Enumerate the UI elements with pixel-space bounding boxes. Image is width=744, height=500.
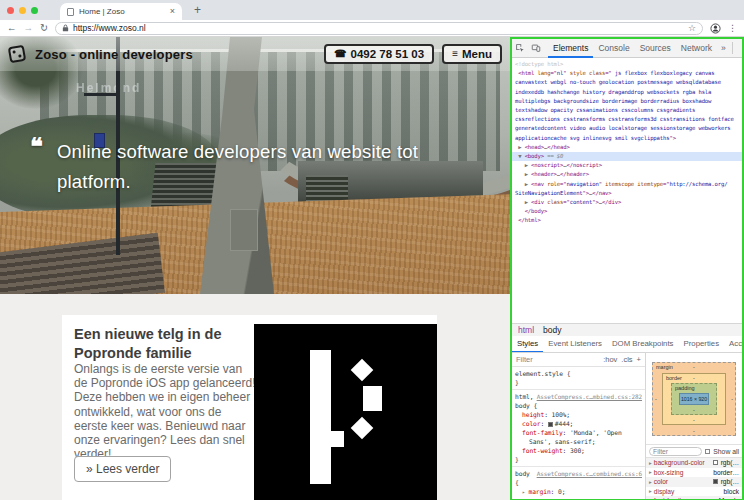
back-icon[interactable]: ←: [7, 23, 17, 33]
dom-tree-line[interactable]: </html>: [512, 216, 742, 225]
forward-icon[interactable]: →: [24, 23, 34, 33]
breadcrumb-html[interactable]: html: [518, 325, 534, 335]
popronde-logo-diamond: [351, 359, 374, 382]
profile-avatar-icon[interactable]: [710, 23, 721, 34]
computed-pane: margin -- -- border -- padding - 1016 × …: [646, 353, 742, 499]
popronde-logo-diamond: [351, 417, 374, 440]
devtools-menu-icon[interactable]: ⋮: [735, 43, 744, 53]
css-declaration[interactable]: height: 100%;: [515, 410, 642, 419]
box-model-diagram: margin -- -- border -- padding - 1016 × …: [646, 353, 742, 445]
computed-property-row[interactable]: ▸box-sizingborder…: [646, 468, 742, 478]
tab-strip: Home | Zoso × +: [0, 0, 744, 20]
css-rule[interactable]: element.style {}: [512, 367, 645, 390]
computed-property-row[interactable]: ▸font-familyMonda: [646, 496, 742, 499]
article-body: Onlangs is de eerste versie van de Popro…: [74, 362, 256, 461]
bookmark-star-icon[interactable]: ☆: [688, 23, 696, 33]
sidebar-tab-dom-breakpoints[interactable]: DOM Breakpoints: [607, 336, 679, 353]
stylesheet-link[interactable]: AssetCompress.c…mbined.css:282: [537, 392, 642, 401]
dom-tree-line[interactable]: ▶ <header>…</header>: [512, 170, 742, 179]
sidebar-tab-event-listeners[interactable]: Event Listeners: [543, 336, 607, 353]
phone-button[interactable]: ☎ 0492 78 51 03: [324, 44, 434, 64]
sidebar-tab-accessibility[interactable]: Accessibility: [724, 336, 742, 353]
computed-filter-input[interactable]: Filter: [649, 447, 702, 456]
element-breadcrumb: html body: [512, 323, 742, 336]
device-toolbar-icon[interactable]: [531, 43, 541, 53]
menu-button[interactable]: ≡ Menu: [442, 44, 502, 64]
reload-icon[interactable]: ↻: [40, 23, 48, 33]
breadcrumb-body[interactable]: body: [543, 325, 561, 335]
page-viewport: Helmond Zoso - online developers: [0, 37, 510, 500]
styles-filter-row: Filter :hov .cls +: [512, 353, 645, 367]
css-declaration[interactable]: font-family: -apple-system,BlinkMacSyste…: [515, 497, 642, 499]
dom-tree-line[interactable]: indexeddb hashchange history draganddrop…: [512, 88, 742, 97]
read-more-button[interactable]: » Lees verder: [74, 456, 171, 482]
new-tab-button[interactable]: +: [194, 3, 201, 17]
site-title: Zoso - online developers: [35, 47, 193, 62]
tab-elements[interactable]: Elements: [548, 39, 593, 58]
styles-filter-input[interactable]: Filter: [516, 355, 533, 364]
show-all-label: Show all: [713, 448, 739, 455]
css-declaration[interactable]: font-family: 'Monda', 'Open Sans', sans-…: [515, 428, 642, 446]
tab-favicon-icon: [67, 8, 74, 16]
dom-tree-line[interactable]: </body>: [512, 207, 742, 216]
css-declaration[interactable]: ▸ margin: 0;: [515, 487, 642, 497]
hov-button[interactable]: :hov: [603, 355, 617, 364]
devtools-panel: Elements Console Sources Network » ⋮ × <…: [510, 37, 744, 500]
monolith-panel: [230, 209, 258, 251]
dom-tree-line[interactable]: cssreflections csstransforms csstransfor…: [512, 115, 742, 124]
sidebar-tab-styles[interactable]: Styles: [512, 336, 543, 353]
tab-sources[interactable]: Sources: [635, 39, 676, 58]
cls-button[interactable]: .cls: [621, 355, 632, 364]
zoso-logo-icon[interactable]: [8, 45, 27, 64]
address-bar: ← → ↻ https://www.zoso.nl ☆ ⋮: [0, 20, 744, 37]
minimize-window-button[interactable]: [19, 7, 26, 14]
css-declaration[interactable]: font-weight: 300;: [515, 446, 642, 455]
stylesheet-link[interactable]: AssetCompress.c…combined.css:6: [537, 469, 642, 478]
new-style-rule-button[interactable]: +: [637, 355, 641, 364]
dom-tree-line[interactable]: ▶ <head>…</head>: [512, 143, 742, 152]
dom-tree-line[interactable]: generatedcontent video audio localstorag…: [512, 124, 742, 133]
url-field[interactable]: https://www.zoso.nl ☆: [55, 22, 703, 35]
inspect-element-icon[interactable]: [515, 43, 525, 53]
computed-property-row[interactable]: ▸displayblock: [646, 487, 742, 497]
styles-pane: Filter :hov .cls + element.style {}Asset…: [512, 353, 646, 499]
browser-tab[interactable]: Home | Zoso ×: [60, 3, 182, 20]
dom-tree-line[interactable]: applicationcache svg inlinesvg smil svgc…: [512, 134, 742, 143]
dom-tree-line[interactable]: ▶ <noscript>…</noscript>: [512, 161, 742, 170]
color-swatch-icon[interactable]: [548, 422, 553, 427]
dom-tree-line[interactable]: ▶ <div class="content">…</div>: [512, 198, 742, 207]
tab-title: Home | Zoso: [79, 7, 170, 16]
article-heading: Een nieuwe telg in de Popronde familie: [74, 325, 259, 363]
tab-network[interactable]: Network: [676, 39, 717, 58]
show-all-checkbox[interactable]: [705, 449, 710, 454]
computed-filter-row: Filter Show all: [646, 445, 742, 458]
css-declaration[interactable]: color: #444;: [515, 419, 642, 428]
dom-tree-line[interactable]: textshadow opacity cssanimations csscolu…: [512, 106, 742, 115]
css-rule[interactable]: AssetCompress.c…combined.css:6body {▸ ma…: [512, 467, 645, 499]
popronde-logo-rect: [363, 386, 382, 411]
maximize-window-button[interactable]: [31, 7, 38, 14]
computed-property-row[interactable]: ▸colorrgb(…: [646, 477, 742, 487]
hero-photo: Helmond Zoso - online developers: [0, 37, 510, 294]
computed-properties-list: ▸background-colorrgb(…▸box-sizingborder……: [646, 458, 742, 499]
dom-tree-line[interactable]: <html lang="nl" style class=" js flexbox…: [512, 69, 742, 78]
dom-tree-line[interactable]: multiplebgs backgroundsize borderimage b…: [512, 97, 742, 106]
more-tabs-icon[interactable]: »: [717, 43, 730, 53]
dom-tree-line[interactable]: ▼ <body> == $0: [512, 152, 742, 161]
styles-sidebar-tabs: StylesEvent ListenersDOM BreakpointsProp…: [512, 336, 742, 353]
dom-tree-line[interactable]: canvastext webgl no-touch geolocation po…: [512, 78, 742, 87]
close-window-button[interactable]: [7, 7, 14, 14]
hero-quote: ❝ Online software developers van website…: [30, 137, 418, 197]
browser-window: Home | Zoso × + ← → ↻ https://www.zoso.n…: [0, 0, 744, 500]
sidebar-tab-properties[interactable]: Properties: [679, 336, 725, 353]
popronde-logo-foot: [331, 431, 344, 447]
css-rule[interactable]: AssetCompress.c…mbined.css:282html,body …: [512, 390, 645, 467]
dom-tree-line[interactable]: SiteNavigationElement">…</nav>: [512, 189, 742, 198]
computed-property-row[interactable]: ▸background-colorrgb(…: [646, 458, 742, 468]
dom-tree-line[interactable]: <!doctype html>: [512, 60, 742, 69]
tab-close-icon[interactable]: ×: [170, 7, 175, 16]
browser-menu-icon[interactable]: ⋮: [728, 23, 737, 33]
page-body: Een nieuwe telg in de Popronde familie O…: [0, 294, 510, 500]
tab-console[interactable]: Console: [593, 39, 634, 58]
dom-tree-line[interactable]: ▶ <nav role="navigation" itemscope itemt…: [512, 180, 742, 189]
